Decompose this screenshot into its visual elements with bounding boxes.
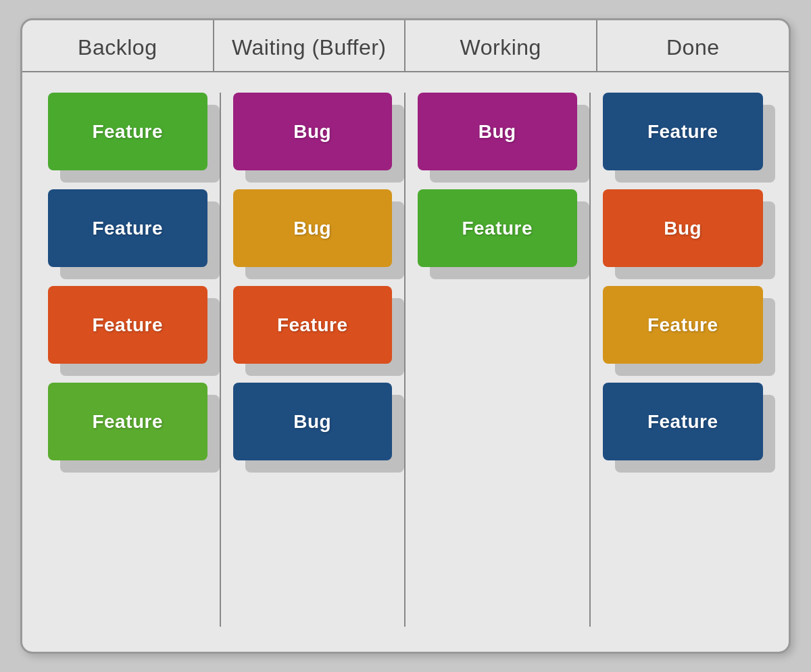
card-waiting-1[interactable]: Bug xyxy=(233,189,393,267)
card-wrapper[interactable]: Feature xyxy=(48,93,207,170)
card-backlog-3[interactable]: Feature xyxy=(48,383,207,460)
card-backlog-1[interactable]: Feature xyxy=(48,189,207,267)
board-col-waiting: BugBugFeatureBug xyxy=(221,93,406,627)
card-waiting-3[interactable]: Bug xyxy=(233,383,393,460)
card-working-1[interactable]: Feature xyxy=(418,189,577,267)
board-col-working: BugFeature xyxy=(406,93,591,627)
board-header: BacklogWaiting (Buffer)WorkingDone xyxy=(22,20,789,72)
col-header-waiting: Waiting (Buffer) xyxy=(214,20,406,71)
card-done-3[interactable]: Feature xyxy=(603,383,764,460)
card-waiting-2[interactable]: Feature xyxy=(233,286,393,364)
card-wrapper[interactable]: Feature xyxy=(48,286,207,364)
card-wrapper[interactable]: Feature xyxy=(418,189,577,267)
card-wrapper[interactable]: Bug xyxy=(233,383,393,460)
card-wrapper[interactable]: Bug xyxy=(233,189,393,267)
card-wrapper[interactable]: Feature xyxy=(603,93,764,170)
card-backlog-2[interactable]: Feature xyxy=(48,286,207,364)
col-header-backlog: Backlog xyxy=(22,20,214,71)
card-wrapper[interactable]: Feature xyxy=(603,383,764,460)
board-col-done: FeatureBugFeatureFeature xyxy=(591,93,776,627)
card-backlog-0[interactable]: Feature xyxy=(48,93,207,170)
card-wrapper[interactable]: Feature xyxy=(603,286,764,364)
card-wrapper[interactable]: Feature xyxy=(48,383,207,460)
card-done-2[interactable]: Feature xyxy=(603,286,764,364)
card-wrapper[interactable]: Bug xyxy=(233,93,393,170)
card-wrapper[interactable]: Bug xyxy=(418,93,577,170)
col-header-done: Done xyxy=(597,20,789,71)
kanban-board: BacklogWaiting (Buffer)WorkingDone Featu… xyxy=(20,18,791,654)
board-col-backlog: FeatureFeatureFeatureFeature xyxy=(36,93,221,627)
card-wrapper[interactable]: Bug xyxy=(603,189,764,267)
card-done-1[interactable]: Bug xyxy=(603,189,764,267)
card-waiting-0[interactable]: Bug xyxy=(233,93,393,170)
card-wrapper[interactable]: Feature xyxy=(233,286,393,364)
card-working-0[interactable]: Bug xyxy=(418,93,577,170)
col-header-working: Working xyxy=(406,20,597,71)
board-body: FeatureFeatureFeatureFeatureBugBugFeatur… xyxy=(22,72,789,640)
card-done-0[interactable]: Feature xyxy=(603,93,764,170)
card-wrapper[interactable]: Feature xyxy=(48,189,207,267)
